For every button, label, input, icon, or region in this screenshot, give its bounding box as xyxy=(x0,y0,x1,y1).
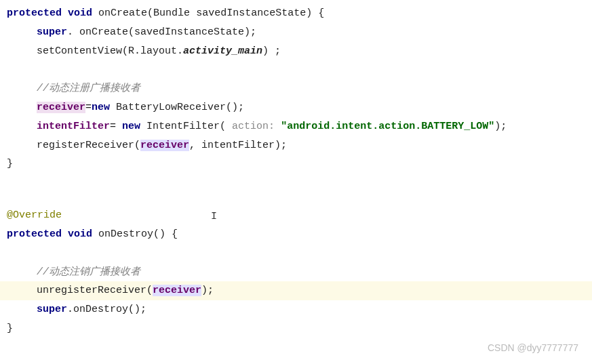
keyword: new xyxy=(92,102,110,113)
code-line: //动态注册广播接收者 xyxy=(7,79,585,98)
code-line: @OverrideI xyxy=(7,206,585,225)
annotation: @Override xyxy=(7,209,62,221)
blank-line xyxy=(7,244,585,263)
blank-line xyxy=(7,60,585,79)
parameter-hint: action: xyxy=(232,121,275,132)
param-name: savedInstanceState xyxy=(196,7,306,19)
keyword: protected xyxy=(7,7,62,19)
keyword: void xyxy=(68,228,92,240)
current-line-highlight: unregisterReceiver(receiver); xyxy=(0,281,592,300)
code-text: = xyxy=(110,121,122,132)
code-line: super. onCreate(savedInstanceState); xyxy=(7,23,585,42)
keyword: new xyxy=(122,121,140,132)
code-line: receiver=new BatteryLowReceiver(); xyxy=(7,98,585,117)
code-text: = xyxy=(85,102,92,113)
code-line: intentFilter= new IntentFilter( action: … xyxy=(7,117,585,136)
method-call: onCreate(savedInstanceState); xyxy=(79,26,256,38)
code-line: } xyxy=(7,319,585,338)
field-receiver: receiver xyxy=(140,140,189,151)
code-text xyxy=(275,121,281,132)
code-line: setContentView(R.layout.activity_main) ; xyxy=(7,42,585,61)
code-line: super.onDestroy(); xyxy=(7,300,585,319)
field-receiver: receiver xyxy=(37,102,85,113)
watermark: CSDN @dyy7777777 xyxy=(488,340,578,357)
code-line: registerReceiver(receiver, intentFilter)… xyxy=(7,136,585,155)
comment: //动态注册广播接收者 xyxy=(37,83,140,94)
keyword: super xyxy=(37,304,67,315)
text-cursor-icon: I xyxy=(211,207,212,218)
brace: } xyxy=(7,158,13,169)
field-intentfilter: intentFilter xyxy=(37,121,110,132)
code-line: //动态注销广播接收者 xyxy=(7,263,585,282)
method-name: onCreate xyxy=(98,7,147,19)
code-line: protected void onCreate(Bundle savedInst… xyxy=(7,4,585,23)
code-text: ); xyxy=(201,285,214,296)
method-call: setContentView(R.layout. xyxy=(37,45,183,57)
layout-ref: activity_main xyxy=(183,45,262,57)
code-text: BatteryLowReceiver(); xyxy=(110,102,244,113)
code-text: () { xyxy=(153,228,178,240)
param-type: Bundle xyxy=(153,7,190,19)
code-line: } xyxy=(7,155,585,174)
method-call: unregisterReceiver( xyxy=(37,285,153,296)
method-call: .onDestroy(); xyxy=(67,304,146,315)
string-literal: "android.intent.action.BATTERY_LOW" xyxy=(281,121,494,132)
code-text: IntentFilter( xyxy=(140,121,232,132)
blank-line xyxy=(7,174,585,206)
code-line: unregisterReceiver(receiver); xyxy=(7,285,214,296)
method-name: onDestroy xyxy=(98,228,153,240)
code-editor[interactable]: protected void onCreate(Bundle savedInst… xyxy=(7,4,585,338)
field-receiver: receiver xyxy=(153,285,201,296)
code-text: ) ; xyxy=(262,45,281,57)
keyword: super xyxy=(37,26,67,38)
keyword: protected xyxy=(7,228,62,240)
comment: //动态注销广播接收者 xyxy=(37,266,140,278)
keyword: void xyxy=(68,7,92,19)
brace: } xyxy=(7,323,13,334)
code-text: , intentFilter); xyxy=(189,140,287,151)
code-text: ); xyxy=(494,121,507,132)
method-call: registerReceiver( xyxy=(37,140,140,151)
code-line: protected void onDestroy() { xyxy=(7,225,585,244)
